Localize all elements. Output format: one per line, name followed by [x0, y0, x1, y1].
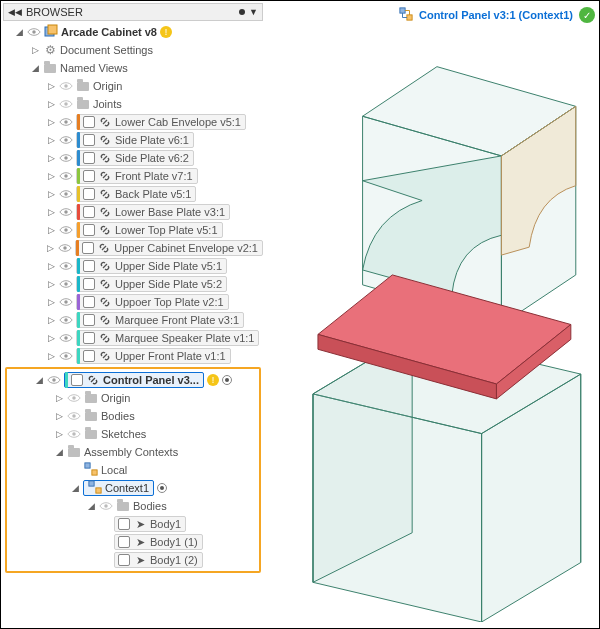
activate-radio[interactable]	[157, 483, 167, 493]
expand-toggle[interactable]: ▷	[46, 351, 56, 361]
visibility-toggle[interactable]	[99, 499, 113, 513]
tree-item-component[interactable]: ▷Marquee Speaker Plate v1:1	[3, 329, 263, 347]
visibility-toggle[interactable]	[59, 187, 73, 201]
tree-item-component[interactable]: ▷Upper Side Plate v5:2	[3, 275, 263, 293]
body-pill[interactable]: ➤Body1 (2)	[114, 552, 203, 568]
tree-item-component[interactable]: ▷Marquee Front Plate v3:1	[3, 311, 263, 329]
rewind-icon[interactable]: ◀◀	[8, 7, 22, 17]
tree-item-component[interactable]: ▷Lower Top Plate v5:1	[3, 221, 263, 239]
expand-toggle[interactable]: ▷	[54, 393, 64, 403]
tree-item-control-panel[interactable]: ◢ Control Panel v3... !	[7, 371, 259, 389]
component-pill[interactable]: Lower Cab Envelope v5:1	[76, 114, 246, 130]
expand-toggle[interactable]: ▷	[45, 243, 55, 253]
context-pill[interactable]: Context1	[83, 480, 154, 496]
warning-icon[interactable]: !	[160, 26, 172, 38]
visibility-toggle[interactable]	[67, 391, 81, 405]
component-pill[interactable]: Lower Top Plate v5:1	[76, 222, 223, 238]
expand-toggle[interactable]: ◢	[14, 27, 24, 37]
warning-icon[interactable]: !	[207, 374, 219, 386]
panel-dot-icon[interactable]	[239, 9, 245, 15]
visibility-toggle[interactable]	[67, 427, 81, 441]
visibility-toggle[interactable]	[59, 295, 73, 309]
component-pill[interactable]: Side Plate v6:2	[76, 150, 194, 166]
tree-item-cp-bodies[interactable]: ▷ Bodies	[7, 407, 259, 425]
body-pill[interactable]: ➤Body1	[114, 516, 186, 532]
component-pill[interactable]: Marquee Speaker Plate v1:1	[76, 330, 259, 346]
tree-item-component[interactable]: ▷Front Plate v7:1	[3, 167, 263, 185]
body-pill[interactable]: ➤Body1 (1)	[114, 534, 203, 550]
component-pill[interactable]: Lower Base Plate v3:1	[76, 204, 230, 220]
visibility-toggle[interactable]	[59, 331, 73, 345]
visibility-toggle[interactable]	[67, 409, 81, 423]
expand-toggle[interactable]: ▷	[46, 225, 56, 235]
component-pill[interactable]: Upper Cabinet Envelope v2:1	[75, 240, 263, 256]
tree-item-component[interactable]: ▷Lower Cab Envelope v5:1	[3, 113, 263, 131]
component-pill[interactable]: Uppoer Top Plate v2:1	[76, 294, 229, 310]
expand-toggle[interactable]: ▷	[46, 81, 56, 91]
tree-item-component[interactable]: ▷Upper Cabinet Envelope v2:1	[3, 239, 263, 257]
component-pill[interactable]: Marquee Front Plate v3:1	[76, 312, 244, 328]
browser-header[interactable]: ◀◀ BROWSER ▼	[3, 3, 263, 21]
visibility-toggle[interactable]	[59, 277, 73, 291]
tree-item-body[interactable]: ➤Body1 (1)	[7, 533, 259, 551]
visibility-toggle[interactable]	[59, 349, 73, 363]
activate-radio[interactable]	[222, 375, 232, 385]
expand-toggle[interactable]: ▷	[46, 297, 56, 307]
tree-item-component[interactable]: ▷Uppoer Top Plate v2:1	[3, 293, 263, 311]
visibility-toggle[interactable]	[58, 241, 72, 255]
visibility-toggle[interactable]	[59, 313, 73, 327]
visibility-toggle[interactable]	[59, 151, 73, 165]
commit-check-icon[interactable]: ✓	[579, 7, 595, 23]
visibility-toggle[interactable]	[27, 25, 41, 39]
component-pill[interactable]: Front Plate v7:1	[76, 168, 198, 184]
expand-toggle[interactable]: ▷	[46, 153, 56, 163]
component-pill[interactable]: Control Panel v3...	[64, 372, 204, 388]
expand-toggle[interactable]: ▷	[30, 45, 40, 55]
tree-item-body[interactable]: ➤Body1	[7, 515, 259, 533]
tree-root[interactable]: ◢ Arcade Cabinet v8 !	[3, 23, 263, 41]
tree-item-origin[interactable]: ▷ Origin	[3, 77, 263, 95]
tree-item-doc-settings[interactable]: ▷ ⚙ Document Settings	[3, 41, 263, 59]
expand-toggle[interactable]: ▷	[46, 333, 56, 343]
tree-item-local-context[interactable]: Local	[7, 461, 259, 479]
expand-toggle[interactable]: ▷	[46, 207, 56, 217]
tree-item-assembly-contexts[interactable]: ◢ Assembly Contexts	[7, 443, 259, 461]
3d-viewport[interactable]	[271, 27, 593, 622]
tree-item-component[interactable]: ▷Side Plate v6:2	[3, 149, 263, 167]
tree-item-component[interactable]: ▷Back Plate v5:1	[3, 185, 263, 203]
component-pill[interactable]: Side Plate v6:1	[76, 132, 194, 148]
expand-toggle[interactable]: ◢	[86, 501, 96, 511]
visibility-toggle[interactable]	[59, 79, 73, 93]
component-pill[interactable]: Back Plate v5:1	[76, 186, 196, 202]
expand-toggle[interactable]: ▷	[54, 429, 64, 439]
tree-item-context1[interactable]: ◢ Context1	[7, 479, 259, 497]
expand-toggle[interactable]: ▷	[46, 279, 56, 289]
tree-item-component[interactable]: ▷Upper Side Plate v5:1	[3, 257, 263, 275]
panel-collapse-icon[interactable]: ▼	[249, 7, 258, 17]
expand-toggle[interactable]: ◢	[54, 447, 64, 457]
expand-toggle[interactable]: ▷	[46, 189, 56, 199]
expand-toggle[interactable]: ◢	[30, 63, 40, 73]
expand-toggle[interactable]: ▷	[46, 135, 56, 145]
expand-toggle[interactable]: ▷	[46, 315, 56, 325]
tree-item-named-views[interactable]: ◢ Named Views	[3, 59, 263, 77]
tree-item-component[interactable]: ▷Upper Front Plate v1:1	[3, 347, 263, 365]
expand-toggle[interactable]: ▷	[46, 117, 56, 127]
tree-item-cp-sketches[interactable]: ▷ Sketches	[7, 425, 259, 443]
component-pill[interactable]: Upper Front Plate v1:1	[76, 348, 231, 364]
visibility-toggle[interactable]	[59, 97, 73, 111]
visibility-toggle[interactable]	[59, 133, 73, 147]
expand-toggle[interactable]: ▷	[46, 171, 56, 181]
tree-item-cp-origin[interactable]: ▷ Origin	[7, 389, 259, 407]
tree-item-component[interactable]: ▷Lower Base Plate v3:1	[3, 203, 263, 221]
component-pill[interactable]: Upper Side Plate v5:1	[76, 258, 227, 274]
visibility-toggle[interactable]	[59, 115, 73, 129]
visibility-toggle[interactable]	[59, 205, 73, 219]
visibility-toggle[interactable]	[59, 259, 73, 273]
expand-toggle[interactable]: ◢	[70, 483, 80, 493]
expand-toggle[interactable]: ◢	[34, 375, 44, 385]
expand-toggle[interactable]: ▷	[54, 411, 64, 421]
tree-item-joints[interactable]: ▷ Joints	[3, 95, 263, 113]
component-pill[interactable]: Upper Side Plate v5:2	[76, 276, 227, 292]
visibility-toggle[interactable]	[59, 169, 73, 183]
